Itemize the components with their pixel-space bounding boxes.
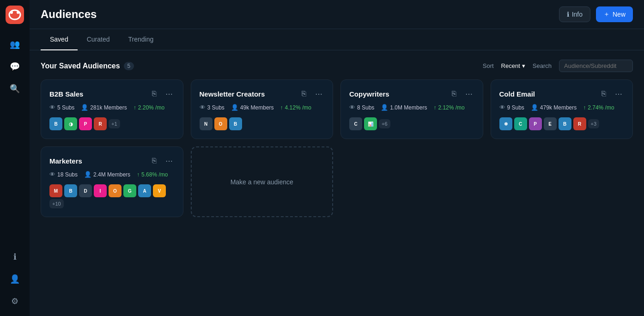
copy-icon[interactable]: ⎘ — [449, 88, 460, 99]
info-icon: ℹ — [567, 11, 569, 18]
sort-label: Sort — [483, 62, 494, 69]
main-content: Audiences ℹ Info ＋ New Saved Curated Tre… — [30, 0, 644, 316]
copy-icon[interactable]: ⎘ — [598, 88, 609, 99]
header: Audiences ℹ Info ＋ New — [30, 0, 644, 29]
sub-icon: G — [123, 184, 136, 197]
app-logo[interactable] — [6, 6, 24, 24]
extra-count: +3 — [588, 119, 600, 128]
extra-count: +1 — [109, 119, 120, 128]
card-copywriters[interactable]: Copywriters ⎘ ⋯ 👁 8 Subs 👤 1.0M Members — [340, 79, 483, 139]
people-icon: 👤 — [84, 171, 91, 178]
more-icon[interactable]: ⋯ — [463, 88, 474, 99]
count-badge: 5 — [124, 62, 134, 70]
sidebar-item-info[interactable]: ℹ — [6, 248, 24, 266]
sort-dropdown[interactable]: Recent ▾ — [501, 62, 525, 69]
extra-count: +6 — [379, 119, 390, 128]
reddit-icon: 👁 — [200, 104, 206, 111]
arrow-up-icon: ↑ — [137, 171, 140, 178]
sidebar-item-settings[interactable]: ⚙ — [6, 292, 24, 310]
copy-icon[interactable]: ⎘ — [149, 88, 160, 99]
reddit-icon: 👁 — [499, 104, 505, 111]
header-actions: ℹ Info ＋ New — [559, 6, 633, 22]
card-marketers[interactable]: Marketers ⎘ ⋯ 👁 18 Subs 👤 2.4M Members — [41, 146, 183, 217]
card-actions: ⎘ ⋯ — [149, 88, 175, 99]
subs-stat: 👁 9 Subs — [499, 104, 524, 111]
sub-icon: O — [214, 117, 227, 130]
members-stat: 👤 1.0M Members — [381, 104, 427, 111]
growth-stat: ↑ 2.20% /mo — [134, 104, 164, 111]
info-button-label: Info — [572, 11, 583, 18]
sub-icon: R — [573, 117, 586, 130]
card-actions: ⎘ ⋯ — [149, 155, 175, 166]
sub-icon: C — [349, 117, 362, 130]
sub-icon: D — [79, 184, 92, 197]
page-title: Audiences — [41, 8, 97, 21]
growth-stat: ↑ 2.74% /mo — [583, 104, 614, 111]
toolbar: Your Saved Audiences 5 Sort Recent ▾ Sea… — [41, 60, 633, 72]
members-stat: 👤 281k Members — [81, 104, 127, 111]
growth-stat: ↑ 2.12% /mo — [433, 104, 464, 111]
info-button[interactable]: ℹ Info — [559, 6, 590, 22]
subreddit-icons: ❄ C P E B R +3 — [499, 117, 625, 130]
sort-value-text: Recent — [501, 62, 520, 69]
more-icon[interactable]: ⋯ — [613, 88, 624, 99]
sub-icon: B — [229, 117, 242, 130]
subs-stat: 👁 3 Subs — [200, 104, 225, 111]
arrow-up-icon: ↑ — [134, 104, 136, 111]
card-new-audience[interactable]: Make a new audience — [191, 146, 334, 217]
sub-icon: O — [109, 184, 122, 197]
tab-curated[interactable]: Curated — [78, 29, 119, 50]
copy-icon[interactable]: ⎘ — [298, 88, 310, 99]
sidebar: 👥 💬 🔍 ℹ 👤 ⚙ — [0, 0, 30, 316]
new-button[interactable]: ＋ New — [596, 6, 633, 22]
card-newsletter-creators[interactable]: Newsletter Creators ⎘ ⋯ 👁 3 Subs 👤 49k M… — [191, 79, 334, 139]
card-actions: ⎘ ⋯ — [598, 88, 624, 99]
search-input[interactable] — [559, 60, 633, 72]
svg-point-2 — [10, 11, 13, 14]
svg-rect-0 — [6, 6, 24, 24]
cards-row-2: Marketers ⎘ ⋯ 👁 18 Subs 👤 2.4M Members — [41, 146, 633, 217]
members-stat: 👤 49k Members — [231, 104, 274, 111]
subreddit-icons: C 📊 +6 — [349, 117, 474, 130]
sidebar-item-search[interactable]: 🔍 — [6, 79, 24, 98]
section-title: Your Saved Audiences — [41, 62, 120, 70]
sub-icon: B — [49, 117, 62, 130]
tab-trending[interactable]: Trending — [119, 29, 163, 50]
copy-icon[interactable]: ⎘ — [149, 155, 160, 166]
people-icon: 👤 — [231, 104, 238, 111]
sub-icon: B — [559, 117, 571, 130]
arrow-up-icon: ↑ — [433, 104, 436, 111]
card-cold-email[interactable]: Cold Email ⎘ ⋯ 👁 9 Subs 👤 479k Members — [491, 79, 633, 139]
card-b2b-sales[interactable]: B2B Sales ⎘ ⋯ 👁 5 Subs 👤 281k Members — [41, 79, 183, 139]
subreddit-icons: N O B — [200, 117, 325, 130]
card-actions: ⎘ ⋯ — [298, 88, 324, 99]
sub-icon: C — [514, 117, 527, 130]
subs-stat: 👁 18 Subs — [49, 171, 78, 178]
chevron-down-icon: ▾ — [522, 62, 525, 69]
sub-icon: 📊 — [364, 117, 377, 130]
sidebar-item-profile[interactable]: 👤 — [6, 270, 24, 288]
card-title: Copywriters — [349, 90, 389, 98]
card-title: B2B Sales — [49, 90, 83, 98]
tab-saved[interactable]: Saved — [41, 29, 78, 50]
members-stat: 👤 2.4M Members — [84, 171, 130, 178]
sub-icon: V — [153, 184, 166, 197]
subs-stat: 👁 8 Subs — [349, 104, 374, 111]
plus-icon: ＋ — [603, 10, 610, 18]
people-icon: 👤 — [81, 104, 88, 111]
arrow-up-icon: ↑ — [280, 104, 283, 111]
more-icon[interactable]: ⋯ — [164, 88, 175, 99]
sidebar-item-audiences[interactable]: 👥 — [6, 35, 24, 54]
members-stat: 👤 479k Members — [531, 104, 577, 111]
sub-icon: N — [200, 117, 213, 130]
sub-icon: I — [94, 184, 107, 197]
more-icon[interactable]: ⋯ — [164, 155, 175, 166]
reddit-icon: 👁 — [49, 104, 55, 111]
new-button-label: New — [613, 11, 626, 18]
card-actions: ⎘ ⋯ — [449, 88, 474, 99]
more-icon[interactable]: ⋯ — [313, 88, 324, 99]
people-icon: 👤 — [381, 104, 388, 111]
sidebar-item-messages[interactable]: 💬 — [6, 57, 24, 76]
extra-count: +10 — [49, 199, 64, 208]
card-title: Marketers — [49, 157, 82, 165]
